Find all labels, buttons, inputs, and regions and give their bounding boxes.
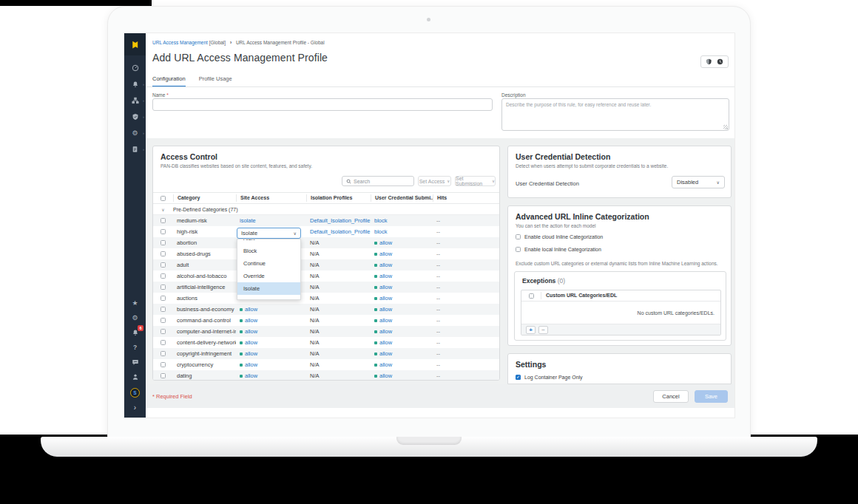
- dropdown-option[interactable]: Alert: [237, 239, 300, 245]
- enable-local-checkbox-row[interactable]: Enable local Inline Categorization: [516, 247, 601, 252]
- isolation-profile-cell[interactable]: N/A: [306, 328, 371, 335]
- row-checkbox[interactable]: [161, 262, 166, 268]
- credential-cell[interactable]: allow: [371, 350, 433, 357]
- sidebar-item-alerts[interactable]: ›: [124, 79, 146, 89]
- isolation-profile-cell[interactable]: N/A: [306, 306, 371, 313]
- row-checkbox[interactable]: [161, 273, 166, 279]
- site-access-cell[interactable]: allow: [236, 306, 306, 313]
- site-access-cell[interactable]: allow: [236, 361, 306, 368]
- search-input[interactable]: Search: [342, 176, 414, 186]
- isolation-profile-cell[interactable]: N/A: [306, 262, 371, 268]
- table-row[interactable]: abortionN/Aallow--: [153, 237, 500, 248]
- site-access-combobox[interactable]: Isolate ∨: [237, 228, 301, 239]
- row-checkbox[interactable]: [161, 329, 166, 334]
- dropdown-option[interactable]: Continue: [237, 257, 300, 270]
- credential-cell[interactable]: allow: [371, 306, 433, 313]
- table-row[interactable]: computer-and-internet-infoallowN/Aallow-…: [153, 326, 500, 337]
- table-row[interactable]: abused-drugsN/Aallow--: [153, 248, 500, 259]
- row-checkbox[interactable]: [161, 340, 166, 345]
- table-row[interactable]: artificial-intelligenceN/Aallow--: [153, 282, 500, 293]
- isolation-profile-cell[interactable]: N/A: [306, 273, 371, 279]
- isolation-profile-cell[interactable]: N/A: [306, 295, 371, 302]
- credential-cell[interactable]: allow: [371, 273, 433, 279]
- site-access-cell[interactable]: allow: [236, 350, 306, 357]
- name-input[interactable]: [152, 98, 493, 111]
- resize-grip-icon[interactable]: [723, 125, 728, 129]
- row-checkbox[interactable]: [161, 229, 166, 234]
- sidebar-item-account[interactable]: S: [124, 386, 146, 398]
- header-tools[interactable]: [700, 55, 729, 68]
- sidebar-item-favorites[interactable]: ★: [124, 298, 146, 308]
- table-row[interactable]: auctionsN/Aallow--: [153, 293, 500, 304]
- isolation-profile-cell[interactable]: N/A: [306, 284, 371, 290]
- add-exception-button[interactable]: +: [526, 326, 536, 334]
- table-row[interactable]: business-and-economyallowN/Aallow--: [153, 304, 500, 315]
- shield-icon[interactable]: [706, 58, 712, 65]
- sidebar-item-dashboard[interactable]: [124, 63, 146, 73]
- sidebar-item-user[interactable]: [124, 372, 146, 382]
- site-access-cell[interactable]: allow: [236, 372, 306, 379]
- dropdown-option[interactable]: Override: [237, 270, 300, 282]
- table-row[interactable]: content-delivery-networksallowN/Aallow--: [153, 337, 500, 348]
- column-category[interactable]: Category: [173, 194, 236, 202]
- category-group-row[interactable]: ∨ Pre-Defined Categories (77): [153, 204, 500, 215]
- credential-cell[interactable]: allow: [371, 295, 433, 302]
- table-row[interactable]: command-and-controlallowN/Aallow--: [153, 315, 500, 326]
- exceptions-select-all-checkbox[interactable]: [529, 293, 534, 299]
- sidebar-expand-button[interactable]: ›: [124, 403, 146, 413]
- isolation-profile-cell[interactable]: N/A: [306, 317, 371, 324]
- credential-cell[interactable]: allow: [371, 361, 433, 368]
- enable-cloud-checkbox[interactable]: [516, 234, 521, 239]
- row-checkbox[interactable]: [161, 296, 166, 301]
- row-checkbox[interactable]: [161, 251, 166, 256]
- ucd-select[interactable]: Disabled ∨: [672, 176, 725, 188]
- save-button[interactable]: Save: [695, 390, 728, 403]
- sidebar-item-network[interactable]: ›: [124, 95, 146, 106]
- sidebar-item-reports[interactable]: ›: [124, 144, 146, 154]
- table-row[interactable]: cryptocurrencyallowN/Aallow--: [153, 359, 500, 370]
- set-access-button[interactable]: Set Access∨: [418, 176, 451, 186]
- row-checkbox[interactable]: [161, 373, 166, 378]
- chevron-down-icon[interactable]: ∨: [153, 207, 173, 212]
- isolation-profile-cell[interactable]: N/A: [306, 350, 371, 357]
- row-checkbox[interactable]: [161, 307, 166, 312]
- row-checkbox[interactable]: [161, 318, 166, 323]
- exceptions-column[interactable]: Custom URL Categories/EDL: [541, 292, 617, 299]
- column-isolation-profiles[interactable]: Isolation Profiles: [306, 194, 371, 202]
- log-container-checkbox-row[interactable]: ✓ Log Container Page Only: [516, 375, 583, 380]
- breadcrumb-link[interactable]: URL Access Management: [152, 40, 208, 45]
- isolation-profile-cell[interactable]: N/A: [306, 372, 371, 379]
- row-checkbox[interactable]: [161, 218, 166, 223]
- row-checkbox[interactable]: [161, 362, 166, 367]
- isolation-profile-cell[interactable]: Default_Isolation_Profile: [306, 217, 371, 224]
- table-row[interactable]: datingallowN/Aallow--: [153, 370, 500, 381]
- isolation-profile-cell[interactable]: N/A: [306, 239, 371, 246]
- credential-cell[interactable]: allow: [371, 317, 433, 324]
- sidebar-item-help[interactable]: ?: [124, 342, 146, 353]
- history-clock-icon[interactable]: [717, 58, 723, 65]
- description-textarea[interactable]: Describe the purpose of this rule, for e…: [501, 98, 729, 131]
- sidebar-item-notifications[interactable]: 6: [124, 327, 146, 338]
- tab-configuration[interactable]: Configuration: [152, 75, 186, 87]
- site-access-cell[interactable]: allow: [236, 328, 306, 335]
- table-row[interactable]: copyright-infringementallowN/Aallow--: [153, 348, 500, 359]
- sidebar-item-operations[interactable]: ⚙ ›: [124, 128, 146, 138]
- sidebar-item-security[interactable]: ›: [124, 112, 146, 122]
- remove-exception-button[interactable]: −: [538, 326, 548, 334]
- table-row[interactable]: high-riskDefault_Isolation_Profileblock-…: [153, 226, 500, 237]
- row-checkbox[interactable]: [161, 285, 166, 290]
- column-site-access[interactable]: Site Access: [236, 194, 306, 202]
- set-submission-button[interactable]: Set Submission∨: [455, 176, 496, 186]
- enable-cloud-checkbox-row[interactable]: Enable cloud Inline Categorization: [516, 234, 603, 239]
- table-row[interactable]: alcohol-and-tobaccoN/Aallow--: [153, 270, 500, 282]
- credential-cell[interactable]: block: [371, 228, 433, 235]
- credential-cell[interactable]: allow: [371, 251, 433, 257]
- site-access-cell[interactable]: isolate: [236, 217, 306, 224]
- isolation-profile-cell[interactable]: N/A: [306, 339, 371, 346]
- log-container-checkbox[interactable]: ✓: [516, 375, 521, 380]
- column-user-credential[interactable]: User Credential Submi...: [371, 194, 433, 202]
- enable-local-checkbox[interactable]: [516, 247, 521, 252]
- site-access-cell[interactable]: allow: [236, 339, 306, 346]
- credential-cell[interactable]: allow: [371, 284, 433, 290]
- credential-cell[interactable]: allow: [371, 262, 433, 268]
